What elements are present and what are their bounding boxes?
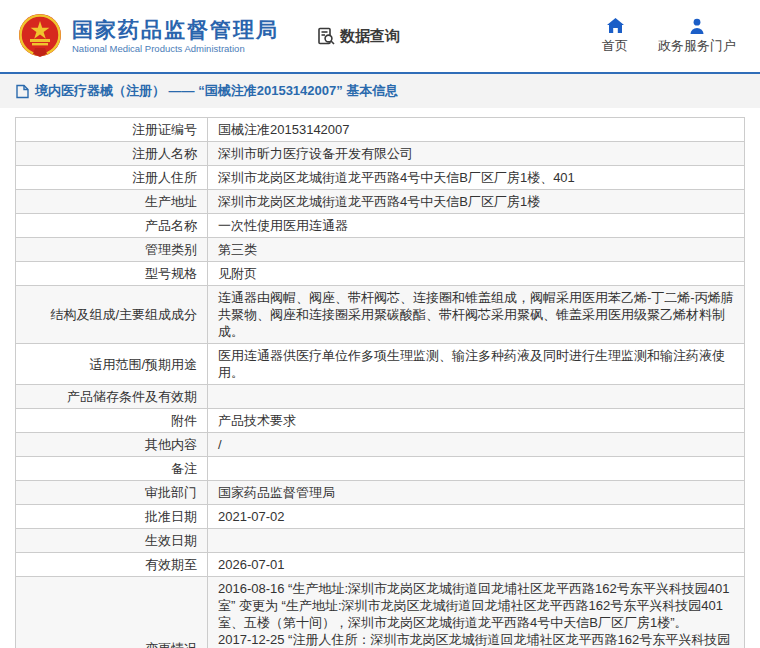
field-value: 国械注准20153142007 <box>208 118 745 142</box>
agency-logo: 国家药品监督管理局 National Medical Products Admi… <box>16 12 279 60</box>
field-value <box>208 529 745 553</box>
field-value <box>208 385 745 409</box>
home-icon <box>607 17 624 34</box>
table-row: 其他内容/ <box>16 433 745 457</box>
table-row: 备注 <box>16 457 745 481</box>
field-value: 连通器由阀帽、阀座、带杆阀芯、连接圈和锥盖组成，阀帽采用医用苯乙烯-丁二烯-丙烯… <box>208 286 745 344</box>
table-row: 注册证编号国械注准20153142007 <box>16 118 745 142</box>
header-nav: 首页 政务服务门户 <box>602 17 746 55</box>
document-search-icon <box>317 27 336 46</box>
field-label: 产品名称 <box>16 214 208 238</box>
field-value: / <box>208 433 745 457</box>
field-label: 注册人名称 <box>16 142 208 166</box>
table-row: 审批部门国家药品监督管理局 <box>16 481 745 505</box>
field-label: 审批部门 <box>16 481 208 505</box>
field-value: 2021-07-02 <box>208 505 745 529</box>
field-value: 深圳市龙岗区龙城街道龙平西路4号中天信B厂区厂房1楼、401 <box>208 166 745 190</box>
site-header: 国家药品监督管理局 National Medical Products Admi… <box>0 0 760 72</box>
table-row: 附件产品技术要求 <box>16 409 745 433</box>
field-label: 批准日期 <box>16 505 208 529</box>
table-row: 型号规格见附页 <box>16 262 745 286</box>
document-icon <box>16 84 29 99</box>
field-label: 备注 <box>16 457 208 481</box>
field-label: 其他内容 <box>16 433 208 457</box>
table-wrap: 注册证编号国械注准20153142007注册人名称深圳市昕力医疗设备开发有限公司… <box>0 108 760 648</box>
agency-name-en: National Medical Products Administration <box>72 42 279 55</box>
field-label: 型号规格 <box>16 262 208 286</box>
table-row: 结构及组成/主要组成成分连通器由阀帽、阀座、带杆阀芯、连接圈和锥盖组成，阀帽采用… <box>16 286 745 344</box>
field-label: 管理类别 <box>16 238 208 262</box>
data-query-label: 数据查询 <box>340 27 400 46</box>
field-label: 产品储存条件及有效期 <box>16 385 208 409</box>
field-value: 第三类 <box>208 238 745 262</box>
table-row: 适用范围/预期用途医用连通器供医疗单位作多项生理监测、输注多种药液及同时进行生理… <box>16 344 745 385</box>
agency-name-cn: 国家药品监督管理局 <box>72 18 279 42</box>
table-row: 生产地址深圳市龙岗区龙城街道龙平西路4号中天信B厂区厂房1楼 <box>16 190 745 214</box>
user-icon <box>689 17 705 34</box>
field-value: 产品技术要求 <box>208 409 745 433</box>
field-label: 适用范围/预期用途 <box>16 344 208 385</box>
field-label: 附件 <box>16 409 208 433</box>
breadcrumb: 境内医疗器械（注册） —— “国械注准20153142007” 基本信息 <box>0 72 760 108</box>
page: 国家药品监督管理局 National Medical Products Admi… <box>0 0 760 648</box>
nav-home[interactable]: 首页 <box>602 17 628 55</box>
national-emblem-icon <box>16 12 64 60</box>
field-label: 有效期至 <box>16 553 208 577</box>
field-value: 国家药品监督管理局 <box>208 481 745 505</box>
nav-portal-label: 政务服务门户 <box>658 37 736 55</box>
table-row: 产品名称一次性使用医用连通器 <box>16 214 745 238</box>
table-row: 生效日期 <box>16 529 745 553</box>
field-label: 注册人住所 <box>16 166 208 190</box>
data-query-link[interactable]: 数据查询 <box>317 27 400 46</box>
page-title: 境内医疗器械（注册） —— “国械注准20153142007” 基本信息 <box>35 82 398 100</box>
nav-home-label: 首页 <box>602 37 628 55</box>
table-row: 注册人住所深圳市龙岗区龙城街道龙平西路4号中天信B厂区厂房1楼、401 <box>16 166 745 190</box>
field-value: 见附页 <box>208 262 745 286</box>
table-row: 管理类别第三类 <box>16 238 745 262</box>
field-value: 一次性使用医用连通器 <box>208 214 745 238</box>
table-row: 产品储存条件及有效期 <box>16 385 745 409</box>
field-value: 深圳市昕力医疗设备开发有限公司 <box>208 142 745 166</box>
table-row: 变更情况2016-08-16 “生产地址:深圳市龙岗区龙城街道回龙埔社区龙平西路… <box>16 577 745 648</box>
field-label: 注册证编号 <box>16 118 208 142</box>
info-table: 注册证编号国械注准20153142007注册人名称深圳市昕力医疗设备开发有限公司… <box>15 117 745 648</box>
table-row: 有效期至2026-07-01 <box>16 553 745 577</box>
field-label: 变更情况 <box>16 577 208 648</box>
field-label: 生效日期 <box>16 529 208 553</box>
field-label: 生产地址 <box>16 190 208 214</box>
info-table-body: 注册证编号国械注准20153142007注册人名称深圳市昕力医疗设备开发有限公司… <box>16 118 745 648</box>
field-value: 深圳市龙岗区龙城街道龙平西路4号中天信B厂区厂房1楼 <box>208 190 745 214</box>
field-value: 2026-07-01 <box>208 553 745 577</box>
field-label: 结构及组成/主要组成成分 <box>16 286 208 344</box>
nav-portal[interactable]: 政务服务门户 <box>658 17 736 55</box>
table-row: 注册人名称深圳市昕力医疗设备开发有限公司 <box>16 142 745 166</box>
agency-names: 国家药品监督管理局 National Medical Products Admi… <box>72 18 279 55</box>
field-value <box>208 457 745 481</box>
field-value: 医用连通器供医疗单位作多项生理监测、输注多种药液及同时进行生理监测和输注药液使用… <box>208 344 745 385</box>
field-value: 2016-08-16 “生产地址:深圳市龙岗区龙城街道回龙埔社区龙平西路162号… <box>208 577 745 648</box>
table-row: 批准日期2021-07-02 <box>16 505 745 529</box>
